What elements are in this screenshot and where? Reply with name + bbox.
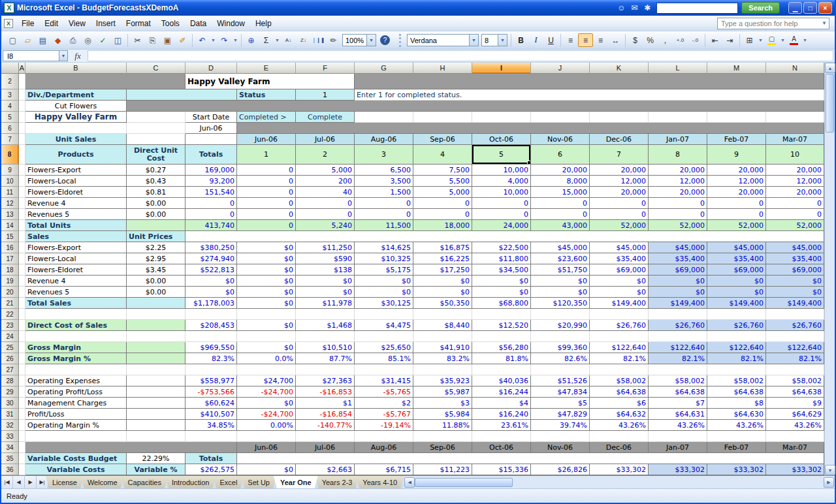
cell-A27[interactable] — [19, 364, 25, 375]
cell-L25[interactable]: $122,640 — [649, 342, 707, 353]
cell-D30[interactable]: $60,624 — [185, 398, 237, 409]
cell-G23[interactable]: $4,475 — [355, 320, 413, 331]
row-header-21[interactable]: 21 — [1, 298, 19, 309]
permission-icon[interactable]: ◆ — [50, 33, 65, 47]
cell-F13[interactable]: 0 — [296, 209, 355, 220]
prev-sheet-button[interactable]: ◀ — [13, 476, 25, 488]
sort-descending-icon[interactable]: Z↓ — [296, 33, 311, 47]
cell-E33[interactable] — [237, 431, 296, 442]
cell-H23[interactable]: $8,440 — [413, 320, 472, 331]
cell-E3[interactable]: Status — [237, 89, 296, 101]
comma-icon[interactable]: , — [658, 33, 673, 47]
cell-B3[interactable]: Div./Department — [25, 89, 127, 101]
sheet-tab-years-4-10[interactable]: Years 4-10 — [356, 476, 404, 488]
cell-J14[interactable]: 43,000 — [531, 220, 590, 231]
cell-D31[interactable]: $410,507 — [185, 409, 237, 420]
row-header-19[interactable]: 19 — [1, 276, 19, 287]
cell-L24[interactable] — [649, 331, 707, 342]
horizontal-scrollbar[interactable]: ◀ ▶ — [404, 476, 835, 488]
cell-J33[interactable] — [531, 431, 590, 442]
cell-I36[interactable]: $15,336 — [472, 464, 531, 475]
cell-K18[interactable]: $69,000 — [590, 264, 649, 276]
cell-I31[interactable]: $16,240 — [472, 409, 531, 420]
cell-C32[interactable] — [127, 420, 185, 431]
cell-N26[interactable]: 82.1% — [766, 353, 824, 364]
cell-K36[interactable]: $33,302 — [590, 464, 649, 475]
cell-B35[interactable]: Variable Costs Budget — [25, 453, 127, 464]
cell-L13[interactable]: 0 — [649, 209, 707, 220]
horizontal-scroll-thumb[interactable] — [415, 478, 513, 487]
redo-dropdown[interactable]: ▼ — [232, 33, 239, 47]
cell-C4[interactable] — [127, 101, 824, 112]
cell-D16[interactable]: $380,250 — [185, 242, 237, 253]
cell-D18[interactable]: $522,813 — [185, 264, 237, 276]
cell-J13[interactable]: 0 — [531, 209, 590, 220]
cell-C20[interactable]: $0.00 — [127, 287, 185, 298]
cell-E18[interactable]: $0 — [237, 264, 296, 276]
cell-F5[interactable]: Complete — [296, 112, 355, 123]
cell-A4[interactable] — [19, 101, 25, 112]
row-header-23[interactable]: 23 — [1, 320, 19, 331]
cell-J5[interactable] — [531, 112, 590, 123]
cell-F11[interactable]: 40 — [296, 187, 355, 198]
cell-I21[interactable]: $68,800 — [472, 298, 531, 309]
cell-B26[interactable]: Gross Margin % — [25, 353, 127, 364]
cell-L34[interactable]: Jan-07 — [649, 442, 707, 453]
cell-M33[interactable] — [707, 431, 766, 442]
cell-C15[interactable]: Unit Prices — [127, 231, 185, 242]
cell-K34[interactable]: Dec-06 — [590, 442, 649, 453]
cell-D17[interactable]: $274,940 — [185, 253, 237, 264]
cell-B24[interactable] — [25, 331, 127, 342]
row-header-4[interactable]: 4 — [1, 101, 19, 112]
cell-N31[interactable]: $64,629 — [766, 409, 824, 420]
cell-M34[interactable]: Feb-07 — [707, 442, 766, 453]
cell-I20[interactable]: $0 — [472, 287, 531, 298]
cell-E13[interactable]: 0 — [237, 209, 296, 220]
align-center-icon[interactable]: ≡ — [578, 33, 593, 47]
cell-A10[interactable] — [19, 176, 25, 187]
cell-E34[interactable]: Jun-06 — [237, 442, 296, 453]
cell-A2[interactable] — [19, 74, 25, 89]
cell-B2[interactable] — [25, 74, 185, 89]
cell-A23[interactable] — [19, 320, 25, 331]
cell-G10[interactable]: 3,500 — [355, 176, 413, 187]
cell-B7[interactable]: Unit Sales — [25, 134, 127, 145]
cell-F23[interactable]: $1,468 — [296, 320, 355, 331]
cell-M10[interactable]: 12,000 — [707, 176, 766, 187]
column-header-H[interactable]: H — [413, 63, 472, 74]
cell-J23[interactable]: $20,990 — [531, 320, 590, 331]
help-question-box[interactable]: Type a question for help ▼ — [717, 18, 829, 29]
cell-D25[interactable]: $969,550 — [185, 342, 237, 353]
next-sheet-button[interactable]: ▶ — [25, 476, 37, 488]
cell-C23[interactable] — [127, 320, 185, 331]
name-box[interactable]: I8 ▼ — [3, 50, 68, 61]
cell-I18[interactable]: $34,500 — [472, 264, 531, 276]
increase-indent-icon[interactable]: ⇥ — [722, 33, 737, 47]
cell-D11[interactable]: 151,540 — [185, 187, 237, 198]
cell-N34[interactable]: Mar-07 — [766, 442, 824, 453]
row-header-12[interactable]: 12 — [1, 198, 19, 209]
cell-L27[interactable] — [649, 364, 707, 375]
cell-E5[interactable]: Completed > — [237, 112, 296, 123]
cell-E9[interactable]: 0 — [237, 165, 296, 176]
cell-D29[interactable]: -$753,566 — [185, 386, 237, 398]
row-header-30[interactable]: 30 — [1, 398, 19, 409]
cell-A21[interactable] — [19, 298, 25, 309]
cell-K32[interactable]: 43.26% — [590, 420, 649, 431]
cell-N28[interactable]: $58,002 — [766, 375, 824, 386]
column-header-C[interactable]: C — [127, 63, 185, 74]
cell-E24[interactable] — [237, 331, 296, 342]
cell-L32[interactable]: 43.26% — [649, 420, 707, 431]
cell-B16[interactable]: Flowers-Export — [25, 242, 127, 253]
cell-F29[interactable]: -$16,853 — [296, 386, 355, 398]
cell-A6[interactable] — [19, 123, 25, 134]
cell-K12[interactable]: 0 — [590, 198, 649, 209]
cell-B15[interactable]: Sales — [25, 231, 127, 242]
cell-B6[interactable] — [25, 123, 127, 134]
cell-L19[interactable]: $0 — [649, 276, 707, 287]
column-header-K[interactable]: K — [590, 63, 649, 74]
row-header-16[interactable]: 16 — [1, 242, 19, 253]
search-button[interactable]: Search — [741, 2, 780, 14]
cell-N7[interactable]: Mar-07 — [766, 134, 824, 145]
cell-C5[interactable] — [127, 112, 185, 123]
